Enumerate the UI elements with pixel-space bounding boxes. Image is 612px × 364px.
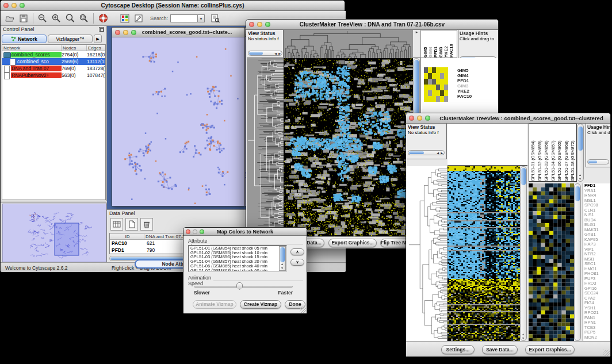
float-panel-icon[interactable] [99, 27, 104, 32]
col-id[interactable]: ID [110, 234, 144, 239]
gene-label[interactable]: GIM5 [457, 68, 472, 73]
speed-slider-thumb[interactable] [236, 282, 243, 290]
view-status-hscrollbar[interactable]: ◀ ▶ [408, 150, 445, 155]
scrollbar-thumb[interactable] [249, 52, 263, 55]
table-row[interactable]: RNAPuberNov2+ 563(0) 107847(0) [2, 72, 105, 79]
vizmap-icon[interactable] [118, 12, 132, 25]
search-input[interactable] [170, 14, 198, 22]
zoom-window-icon[interactable] [20, 3, 25, 8]
minimize-icon[interactable] [12, 3, 17, 8]
column-label[interactable]: GPL51-01 (GSM854) [530, 124, 537, 181]
dialog-titlebar[interactable]: Map Colors to Network [183, 228, 307, 236]
scroll-up-icon[interactable]: ▲ [281, 262, 284, 266]
zoom-selected-icon[interactable] [77, 12, 91, 25]
gene-label[interactable]: MON2 [584, 335, 610, 340]
column-label[interactable]: PFD1 [433, 30, 438, 58]
scrollbar-thumb[interactable] [575, 186, 580, 201]
minimize-icon[interactable] [417, 116, 422, 121]
zoom-fit-icon[interactable] [63, 12, 77, 25]
scroll-up-icon[interactable]: ▲ [522, 332, 525, 336]
column-label[interactable]: GPL51-03 (GSM856) [544, 124, 550, 181]
table-row[interactable]: DNA and Tran 07 769(0) 183728(0) [2, 65, 105, 72]
network-window-1[interactable]: combined_scores_good.txt--cluste... [112, 27, 245, 206]
scroll-up-icon[interactable]: ▲ [579, 173, 582, 177]
table-row[interactable]: combined_scores 2764(0) 16218(0) [2, 51, 105, 58]
network-view-canvas[interactable] [112, 37, 244, 206]
row-dendrogram-canvas[interactable] [407, 166, 447, 341]
close-icon[interactable] [115, 30, 120, 35]
column-label[interactable]: GPL51-04 (GSM857) [550, 124, 557, 181]
zoom-in-icon[interactable] [49, 12, 63, 25]
panel-splitter[interactable] [1, 201, 107, 203]
zoomed-heatmap-canvas[interactable] [529, 183, 574, 341]
col-edges[interactable]: Edges [87, 45, 105, 51]
zoomed-heatmap-vscrollbar[interactable] [574, 183, 581, 341]
save-session-icon[interactable] [17, 12, 30, 25]
export-graphics-button[interactable]: Export Graphics... [328, 239, 377, 247]
zoom-window-icon[interactable] [425, 116, 430, 121]
scroll-left-icon[interactable]: ◀ [437, 151, 439, 155]
scroll-down-icon[interactable]: ▼ [579, 177, 582, 181]
select-attributes-icon[interactable] [110, 218, 123, 231]
close-icon[interactable] [249, 22, 254, 27]
column-dendrogram-canvas[interactable] [284, 30, 413, 59]
minimize-icon[interactable] [257, 22, 262, 27]
mini-heatmap-canvas[interactable] [424, 67, 448, 102]
col-nodes[interactable]: Nodes [62, 45, 87, 51]
column-label[interactable]: YKE2 [443, 30, 448, 58]
help-lifesaver-icon[interactable] [96, 12, 110, 25]
gene-label[interactable]: GIM4 [457, 73, 472, 78]
column-label[interactable]: GIM3 [438, 30, 443, 58]
move-down-button[interactable]: ∨ [290, 259, 304, 266]
network-table-header[interactable]: Network Nodes Edges [2, 45, 105, 51]
column-label[interactable]: GPL51-08 (GSM872) [570, 124, 577, 181]
resize-grip[interactable] [300, 306, 306, 313]
close-icon[interactable] [409, 116, 414, 121]
heatmap-canvas[interactable] [447, 166, 520, 341]
resize-grip[interactable] [603, 350, 610, 356]
delete-attribute-icon[interactable] [140, 218, 153, 231]
tab-network[interactable]: Network [2, 35, 47, 43]
heatmap-vscrollbar[interactable]: ▲ ▼ [520, 166, 527, 341]
create-vizmap-button[interactable]: Create Vizmap [240, 300, 281, 309]
attribute-item[interactable]: GPL51-07 (GSM868) heat shock 60 min [189, 269, 286, 272]
annotation-icon[interactable] [132, 12, 146, 25]
minimize-icon[interactable] [123, 30, 128, 35]
gene-label[interactable]: YKE2 [457, 89, 472, 94]
row-dendrogram-canvas[interactable] [247, 58, 284, 236]
gene-label[interactable]: PFD1 [457, 78, 472, 83]
minimize-icon[interactable] [193, 229, 197, 234]
network-overview-canvas[interactable] [2, 204, 106, 262]
scrollbar-thumb[interactable] [578, 127, 583, 151]
scrollbar-thumb[interactable] [409, 151, 424, 154]
column-label[interactable]: GIM5 [423, 30, 427, 58]
scroll-right-icon[interactable]: ▶ [441, 151, 443, 155]
speed-slider-track[interactable] [194, 286, 293, 288]
close-icon[interactable] [3, 3, 9, 8]
snapshot-icon[interactable] [208, 12, 222, 25]
tab-overflow-icon[interactable]: ▶ [94, 35, 102, 43]
gene-label[interactable]: GIM3 [457, 83, 472, 89]
table-row[interactable]: combined_sco 2569(6) 13112(15) [2, 58, 105, 65]
scroll-down-icon[interactable]: ▼ [522, 336, 525, 340]
animate-vizmap-button[interactable]: Animate Vizmap [193, 300, 236, 309]
usage-hints-hscrollbar[interactable] [587, 159, 609, 164]
main-titlebar[interactable]: Cytoscape Desktop (Session Name: collins… [1, 1, 345, 11]
zoom-window-icon[interactable] [265, 22, 270, 27]
heatmap-canvas[interactable] [284, 58, 413, 236]
settings-button[interactable]: Settings... [441, 345, 475, 354]
column-label[interactable]: GIM4 [428, 30, 433, 58]
export-graphics-button[interactable]: Export Graphics... [525, 345, 575, 354]
network-window-1-titlebar[interactable]: combined_scores_good.txt--cluste... [112, 28, 244, 37]
search-dropdown-icon[interactable]: ▼ [198, 14, 205, 22]
attribute-listbox[interactable]: GPL51-01 (GSM854) heat shock 05 minGPL51… [188, 245, 287, 272]
scroll-right-icon[interactable]: ▶ [278, 52, 281, 55]
treeview1-titlebar[interactable]: ClusterMaker TreeView : DNA and Tran 07-… [246, 20, 498, 30]
column-label[interactable]: PAC10 [449, 30, 453, 58]
splitter-strip[interactable]: ▸ [413, 30, 420, 58]
tab-vizmapper[interactable]: VizMapper™ [48, 35, 93, 43]
treeview2-titlebar[interactable]: ClusterMaker TreeView : combined_scores_… [406, 113, 610, 124]
gene-label[interactable]: PAC10 [457, 94, 472, 99]
scrollbar-thumb[interactable] [588, 160, 597, 163]
expand-icon[interactable]: ▸ [416, 30, 418, 34]
